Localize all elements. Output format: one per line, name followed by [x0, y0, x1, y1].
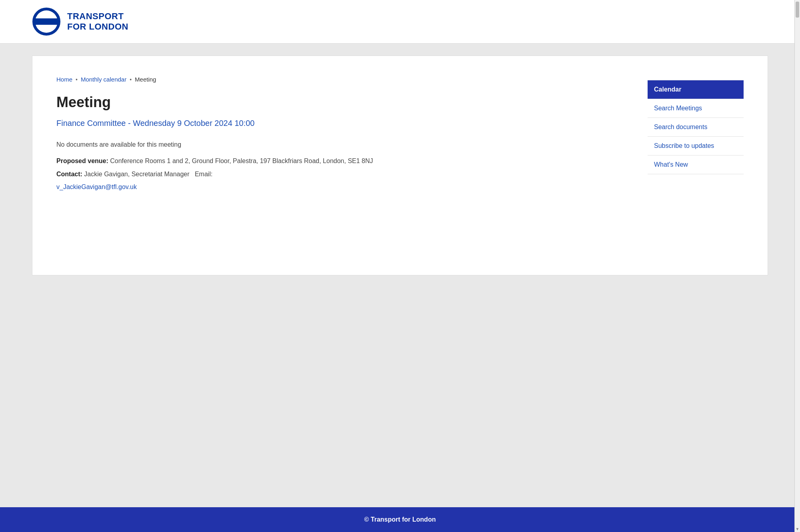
- contact-name-value: Jackie Gavigan, Secretariat Manager: [84, 171, 189, 177]
- breadcrumb-separator-2: •: [130, 76, 132, 83]
- breadcrumb-separator-1: •: [76, 76, 78, 83]
- contact-label: Contact:: [56, 171, 82, 177]
- sidebar-nav: Calendar Search Meetings Search document…: [648, 80, 744, 174]
- breadcrumb: Home • Monthly calendar • Meeting: [56, 76, 624, 83]
- meeting-details: No documents are available for this meet…: [56, 139, 624, 192]
- sidebar-link-subscribe[interactable]: Subscribe to updates: [648, 137, 744, 155]
- email-link[interactable]: v_JackieGavigan@tfl.gov.uk: [56, 181, 624, 192]
- org-name: TRANSPORT FOR LONDON: [67, 11, 128, 32]
- site-header: TRANSPORT FOR LONDON: [0, 0, 800, 44]
- sidebar-item-search-documents[interactable]: Search documents: [648, 118, 744, 137]
- scrollbar[interactable]: ▲ ▼: [794, 0, 800, 532]
- email-prefix: Email:: [195, 171, 212, 177]
- page-wrapper: Home • Monthly calendar • Meeting Meetin…: [0, 44, 800, 507]
- site-footer: © Transport for London: [0, 507, 800, 532]
- scroll-arrow-down-icon[interactable]: ▼: [795, 526, 800, 532]
- sidebar-link-search-documents[interactable]: Search documents: [648, 118, 744, 136]
- sidebar-item-search-meetings[interactable]: Search Meetings: [648, 99, 744, 118]
- contact-row: Contact: Jackie Gavigan, Secretariat Man…: [56, 169, 624, 179]
- venue-value: Conference Rooms 1 and 2, Ground Floor, …: [110, 157, 373, 164]
- venue-label: Proposed venue:: [56, 157, 108, 164]
- sidebar-item-subscribe[interactable]: Subscribe to updates: [648, 137, 744, 155]
- logo-container: TRANSPORT FOR LONDON: [32, 7, 128, 36]
- svg-rect-2: [33, 18, 60, 25]
- sidebar-item-whats-new[interactable]: What's New: [648, 155, 744, 174]
- sidebar-link-whats-new[interactable]: What's New: [648, 155, 744, 174]
- no-documents-notice: No documents are available for this meet…: [56, 139, 624, 150]
- content-card: Home • Monthly calendar • Meeting Meetin…: [32, 56, 768, 275]
- venue-row: Proposed venue: Conference Rooms 1 and 2…: [56, 155, 624, 166]
- footer-text: © Transport for London: [364, 516, 436, 523]
- sidebar-item-calendar[interactable]: Calendar: [648, 80, 744, 99]
- breadcrumb-monthly-calendar-link[interactable]: Monthly calendar: [81, 76, 126, 83]
- page-title: Meeting: [56, 94, 624, 111]
- tfl-roundel-icon: [32, 7, 61, 36]
- sidebar-link-calendar[interactable]: Calendar: [648, 80, 744, 99]
- meeting-title-link[interactable]: Finance Committee - Wednesday 9 October …: [56, 119, 624, 128]
- main-content: Home • Monthly calendar • Meeting Meetin…: [56, 76, 624, 243]
- breadcrumb-current: Meeting: [135, 76, 156, 83]
- breadcrumb-home-link[interactable]: Home: [56, 76, 72, 83]
- sidebar: Calendar Search Meetings Search document…: [648, 76, 744, 243]
- sidebar-link-search-meetings[interactable]: Search Meetings: [648, 99, 744, 118]
- scrollbar-thumb[interactable]: [796, 2, 799, 18]
